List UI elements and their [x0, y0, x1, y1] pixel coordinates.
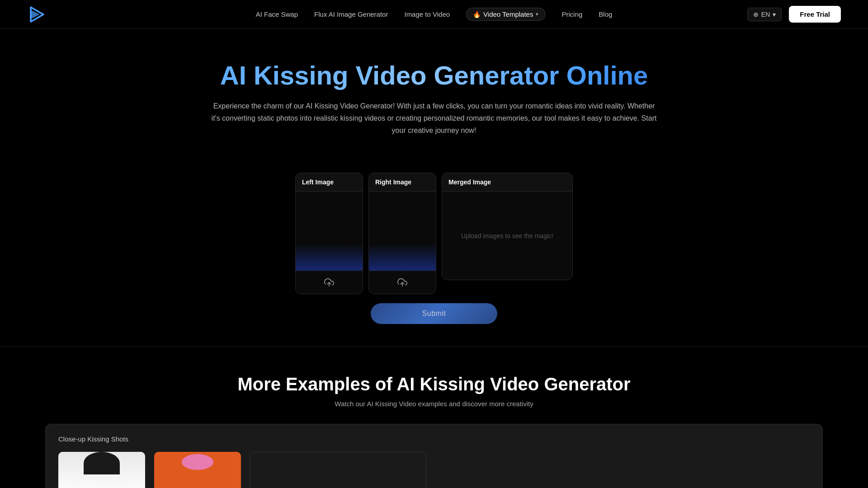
- glow-effect: [296, 244, 363, 271]
- left-panel-header: Left Image: [296, 173, 363, 192]
- logo[interactable]: [27, 5, 45, 23]
- example-item-3[interactable]: [250, 452, 426, 488]
- header: AI Face Swap Flux AI Image Generator Ima…: [0, 0, 868, 29]
- free-trial-button[interactable]: Free Trial: [789, 6, 841, 23]
- main-nav: AI Face Swap Flux AI Image Generator Ima…: [256, 8, 613, 21]
- left-upload-button[interactable]: [322, 276, 336, 289]
- examples-subtitle: Watch our AI Kissing Video examples and …: [45, 400, 823, 408]
- right-panel-footer: [369, 271, 436, 294]
- submit-area: Submit: [371, 303, 497, 324]
- merged-panel-body: Upload images to see the magic!: [442, 192, 572, 280]
- example-item-1[interactable]: [58, 452, 145, 488]
- lang-label: EN: [761, 11, 770, 18]
- left-panel-body: [296, 192, 363, 271]
- nav-image-to-video[interactable]: Image to Video: [404, 10, 450, 18]
- lang-chevron: ▾: [773, 11, 776, 18]
- upload-panels: Left Image Right Image: [295, 173, 573, 294]
- hero-description: Experience the charm of our AI Kissing V…: [208, 100, 660, 137]
- left-panel-footer: [296, 271, 363, 294]
- glow-effect-right: [369, 244, 436, 271]
- fire-icon: 🔥: [473, 11, 481, 18]
- nav-video-templates-label: Video Templates: [483, 10, 533, 18]
- examples-title: More Examples of AI Kissing Video Genera…: [45, 374, 823, 394]
- right-upload-button[interactable]: [396, 276, 409, 289]
- nav-flux-ai[interactable]: Flux AI Image Generator: [314, 10, 388, 18]
- chevron-down-icon: ▾: [536, 11, 538, 17]
- hair-silhouette: [84, 452, 120, 474]
- examples-card: Close-up Kissing Shots: [45, 424, 823, 488]
- language-selector[interactable]: ⊕ EN ▾: [747, 8, 782, 21]
- merged-image-panel: Merged Image Upload images to see the ma…: [442, 173, 573, 280]
- hero-section: AI Kissing Video Generator Online Experi…: [0, 29, 868, 159]
- right-image-panel: Right Image: [368, 173, 436, 294]
- hero-title: AI Kissing Video Generator Online: [90, 61, 778, 91]
- nav-video-templates[interactable]: 🔥 Video Templates ▾: [466, 8, 545, 21]
- header-right: ⊕ EN ▾ Free Trial: [747, 6, 841, 23]
- example-image-1: [58, 452, 145, 488]
- left-image-panel: Left Image: [295, 173, 363, 294]
- example-item-2[interactable]: [154, 452, 241, 488]
- nav-blog[interactable]: Blog: [599, 10, 612, 18]
- category-title: Close-up Kissing Shots: [58, 435, 810, 443]
- submit-button[interactable]: Submit: [371, 303, 497, 324]
- upload-section: Left Image Right Image: [0, 159, 868, 347]
- right-panel-header: Right Image: [369, 173, 436, 192]
- examples-section: More Examples of AI Kissing Video Genera…: [0, 347, 868, 488]
- right-panel-body: [369, 192, 436, 271]
- globe-icon: ⊕: [753, 11, 759, 18]
- nav-ai-face-swap[interactable]: AI Face Swap: [256, 10, 298, 18]
- merged-panel-header: Merged Image: [442, 173, 572, 192]
- examples-grid: [58, 452, 810, 488]
- nav-pricing[interactable]: Pricing: [561, 10, 582, 18]
- example-image-2: [154, 452, 241, 488]
- merged-placeholder: Upload images to see the magic!: [461, 232, 553, 239]
- hat-silhouette: [182, 454, 213, 470]
